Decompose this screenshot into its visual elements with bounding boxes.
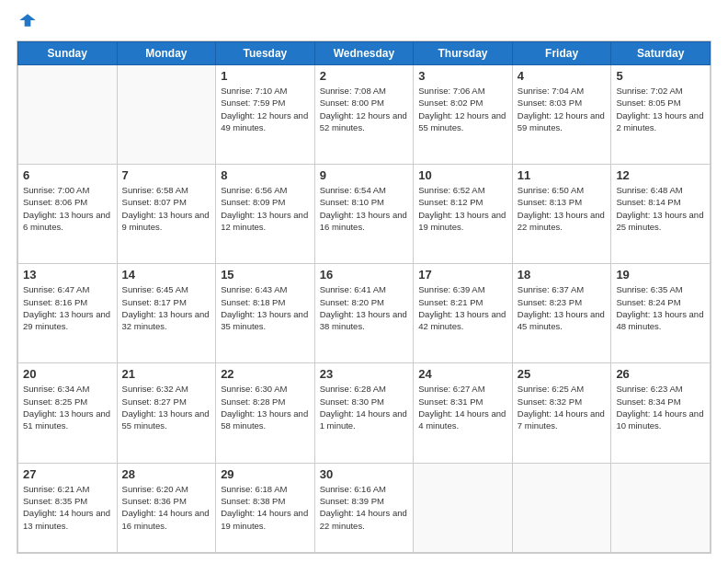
day-info: Sunrise: 6:48 AMSunset: 8:14 PMDaylight:… bbox=[616, 184, 705, 233]
day-number: 27 bbox=[23, 467, 112, 481]
day-cell: 26Sunrise: 6:23 AMSunset: 8:34 PMDayligh… bbox=[611, 363, 711, 463]
day-cell: 8Sunrise: 6:56 AMSunset: 8:09 PMDaylight… bbox=[216, 165, 315, 264]
calendar: SundayMondayTuesdayWednesdayThursdayFrid… bbox=[17, 40, 711, 554]
day-number: 19 bbox=[616, 268, 705, 282]
day-info: Sunrise: 7:00 AMSunset: 8:06 PMDaylight:… bbox=[23, 184, 112, 233]
svg-marker-0 bbox=[19, 14, 35, 26]
day-info: Sunrise: 6:27 AMSunset: 8:31 PMDaylight:… bbox=[418, 383, 507, 431]
day-info: Sunrise: 6:52 AMSunset: 8:12 PMDaylight:… bbox=[418, 184, 507, 233]
day-number: 11 bbox=[518, 168, 607, 182]
day-cell: 24Sunrise: 6:27 AMSunset: 8:31 PMDayligh… bbox=[414, 363, 513, 463]
day-number: 21 bbox=[122, 367, 211, 381]
day-cell: 21Sunrise: 6:32 AMSunset: 8:27 PMDayligh… bbox=[117, 363, 216, 463]
week-row-1: 1Sunrise: 7:10 AMSunset: 7:59 PMDaylight… bbox=[18, 65, 711, 165]
day-info: Sunrise: 6:34 AMSunset: 8:25 PMDaylight:… bbox=[23, 383, 112, 431]
day-cell: 19Sunrise: 6:35 AMSunset: 8:24 PMDayligh… bbox=[611, 264, 711, 363]
day-cell bbox=[512, 463, 611, 552]
day-info: Sunrise: 6:23 AMSunset: 8:34 PMDaylight:… bbox=[616, 383, 705, 431]
day-cell: 11Sunrise: 6:50 AMSunset: 8:13 PMDayligh… bbox=[512, 165, 611, 264]
calendar-table: SundayMondayTuesdayWednesdayThursdayFrid… bbox=[17, 41, 711, 553]
day-info: Sunrise: 6:32 AMSunset: 8:27 PMDaylight:… bbox=[122, 383, 211, 431]
logo-bird-icon bbox=[18, 13, 37, 31]
day-cell: 2Sunrise: 7:08 AMSunset: 8:00 PMDaylight… bbox=[314, 65, 414, 165]
day-cell: 29Sunrise: 6:18 AMSunset: 8:38 PMDayligh… bbox=[216, 463, 315, 552]
day-info: Sunrise: 6:20 AMSunset: 8:36 PMDaylight:… bbox=[122, 483, 211, 532]
day-info: Sunrise: 6:56 AMSunset: 8:09 PMDaylight:… bbox=[221, 184, 310, 233]
day-number: 13 bbox=[23, 268, 112, 282]
day-header-friday: Friday bbox=[512, 42, 611, 65]
day-info: Sunrise: 7:06 AMSunset: 8:02 PMDaylight:… bbox=[418, 85, 507, 133]
week-row-4: 20Sunrise: 6:34 AMSunset: 8:25 PMDayligh… bbox=[18, 363, 711, 463]
day-info: Sunrise: 6:45 AMSunset: 8:17 PMDaylight:… bbox=[122, 283, 211, 332]
day-cell bbox=[117, 65, 216, 165]
day-info: Sunrise: 7:08 AMSunset: 8:00 PMDaylight:… bbox=[320, 85, 409, 133]
day-number: 14 bbox=[122, 268, 211, 282]
day-number: 22 bbox=[221, 367, 310, 381]
day-number: 8 bbox=[221, 168, 310, 182]
day-header-row: SundayMondayTuesdayWednesdayThursdayFrid… bbox=[18, 42, 711, 65]
day-cell: 13Sunrise: 6:47 AMSunset: 8:16 PMDayligh… bbox=[18, 264, 118, 363]
day-info: Sunrise: 6:41 AMSunset: 8:20 PMDaylight:… bbox=[320, 283, 409, 332]
week-row-3: 13Sunrise: 6:47 AMSunset: 8:16 PMDayligh… bbox=[18, 264, 711, 363]
week-row-5: 27Sunrise: 6:21 AMSunset: 8:35 PMDayligh… bbox=[18, 463, 711, 552]
day-info: Sunrise: 6:21 AMSunset: 8:35 PMDaylight:… bbox=[23, 483, 112, 532]
day-number: 5 bbox=[616, 69, 705, 83]
day-info: Sunrise: 6:43 AMSunset: 8:18 PMDaylight:… bbox=[221, 283, 310, 332]
day-cell: 27Sunrise: 6:21 AMSunset: 8:35 PMDayligh… bbox=[18, 463, 118, 552]
day-number: 25 bbox=[518, 367, 607, 381]
day-cell: 3Sunrise: 7:06 AMSunset: 8:02 PMDaylight… bbox=[414, 65, 513, 165]
day-header-monday: Monday bbox=[117, 42, 216, 65]
day-cell bbox=[611, 463, 711, 552]
day-info: Sunrise: 6:39 AMSunset: 8:21 PMDaylight:… bbox=[418, 283, 507, 332]
day-number: 29 bbox=[221, 467, 310, 481]
day-number: 20 bbox=[23, 367, 112, 381]
day-number: 16 bbox=[320, 268, 409, 282]
day-cell bbox=[414, 463, 513, 552]
day-cell: 25Sunrise: 6:25 AMSunset: 8:32 PMDayligh… bbox=[512, 363, 611, 463]
day-header-saturday: Saturday bbox=[611, 42, 711, 65]
day-number: 9 bbox=[320, 168, 409, 182]
day-info: Sunrise: 7:02 AMSunset: 8:05 PMDaylight:… bbox=[616, 85, 705, 133]
day-cell: 4Sunrise: 7:04 AMSunset: 8:03 PMDaylight… bbox=[512, 65, 611, 165]
day-number: 28 bbox=[122, 467, 211, 481]
day-info: Sunrise: 6:47 AMSunset: 8:16 PMDaylight:… bbox=[23, 283, 112, 332]
day-number: 7 bbox=[122, 168, 211, 182]
day-info: Sunrise: 6:35 AMSunset: 8:24 PMDaylight:… bbox=[616, 283, 705, 332]
day-header-tuesday: Tuesday bbox=[216, 42, 315, 65]
day-number: 1 bbox=[221, 69, 310, 83]
day-header-thursday: Thursday bbox=[414, 42, 513, 65]
day-cell: 7Sunrise: 6:58 AMSunset: 8:07 PMDaylight… bbox=[117, 165, 216, 264]
day-number: 23 bbox=[320, 367, 409, 381]
page: SundayMondayTuesdayWednesdayThursdayFrid… bbox=[0, 0, 728, 563]
day-number: 10 bbox=[418, 168, 507, 182]
day-cell: 6Sunrise: 7:00 AMSunset: 8:06 PMDaylight… bbox=[18, 165, 118, 264]
day-info: Sunrise: 7:10 AMSunset: 7:59 PMDaylight:… bbox=[221, 85, 310, 133]
day-info: Sunrise: 6:18 AMSunset: 8:38 PMDaylight:… bbox=[221, 483, 310, 532]
day-info: Sunrise: 6:54 AMSunset: 8:10 PMDaylight:… bbox=[320, 184, 409, 233]
day-info: Sunrise: 6:28 AMSunset: 8:30 PMDaylight:… bbox=[320, 383, 409, 431]
day-number: 26 bbox=[616, 367, 705, 381]
logo bbox=[17, 17, 37, 31]
day-cell: 17Sunrise: 6:39 AMSunset: 8:21 PMDayligh… bbox=[414, 264, 513, 363]
day-cell: 16Sunrise: 6:41 AMSunset: 8:20 PMDayligh… bbox=[314, 264, 414, 363]
day-cell: 14Sunrise: 6:45 AMSunset: 8:17 PMDayligh… bbox=[117, 264, 216, 363]
day-info: Sunrise: 6:37 AMSunset: 8:23 PMDaylight:… bbox=[518, 283, 607, 332]
day-number: 3 bbox=[418, 69, 507, 83]
day-cell: 5Sunrise: 7:02 AMSunset: 8:05 PMDaylight… bbox=[611, 65, 711, 165]
day-cell bbox=[18, 65, 118, 165]
day-info: Sunrise: 7:04 AMSunset: 8:03 PMDaylight:… bbox=[518, 85, 607, 133]
day-cell: 23Sunrise: 6:28 AMSunset: 8:30 PMDayligh… bbox=[314, 363, 414, 463]
day-cell: 22Sunrise: 6:30 AMSunset: 8:28 PMDayligh… bbox=[216, 363, 315, 463]
day-info: Sunrise: 6:25 AMSunset: 8:32 PMDaylight:… bbox=[518, 383, 607, 431]
day-header-sunday: Sunday bbox=[18, 42, 118, 65]
day-cell: 18Sunrise: 6:37 AMSunset: 8:23 PMDayligh… bbox=[512, 264, 611, 363]
day-number: 24 bbox=[418, 367, 507, 381]
day-cell: 9Sunrise: 6:54 AMSunset: 8:10 PMDaylight… bbox=[314, 165, 414, 264]
day-info: Sunrise: 6:50 AMSunset: 8:13 PMDaylight:… bbox=[518, 184, 607, 233]
day-number: 4 bbox=[518, 69, 607, 83]
day-cell: 12Sunrise: 6:48 AMSunset: 8:14 PMDayligh… bbox=[611, 165, 711, 264]
day-number: 6 bbox=[23, 168, 112, 182]
day-header-wednesday: Wednesday bbox=[314, 42, 414, 65]
day-number: 12 bbox=[616, 168, 705, 182]
day-cell: 10Sunrise: 6:52 AMSunset: 8:12 PMDayligh… bbox=[414, 165, 513, 264]
